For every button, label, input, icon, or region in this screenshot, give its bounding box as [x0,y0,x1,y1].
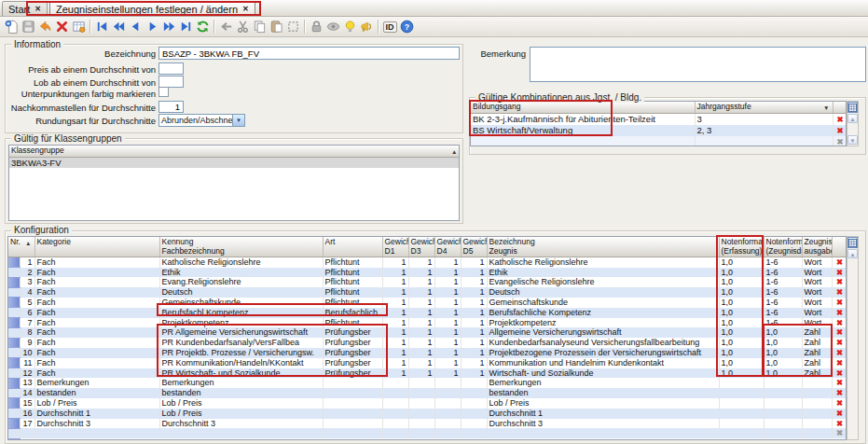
cell-d3[interactable]: 1 [408,338,434,348]
kombi-row[interactable]: BS Wirtschaft/Verwaltung2, 3✖ [471,125,847,136]
cell-kategorie[interactable]: Fach [34,298,159,308]
cell-d3[interactable]: 1 [408,368,434,379]
delete-row-button[interactable]: ✖ [832,388,847,398]
cell-d3[interactable]: 1 [408,277,434,287]
cell-nf-erfassung[interactable]: 1,0 [719,298,764,308]
cell-kennung[interactable]: Deutsch [159,287,323,298]
konfig-col-art[interactable]: Art [323,237,382,257]
row-selector[interactable] [8,358,20,368]
row-selector[interactable] [8,419,20,429]
grid-settings-icon[interactable] [847,102,858,113]
cell-kategorie[interactable]: Durchschnitt 1 [34,409,159,419]
cell-bezeichnung[interactable]: Durchschnitt 3 [487,419,719,429]
cell-nf-druck[interactable]: 1-6 [764,257,802,268]
cell-ausgabe[interactable]: Zahl [802,338,832,348]
kombinationen-scrollbar[interactable]: ▲ ▼ [847,101,859,146]
cell-d5[interactable] [461,398,487,409]
konfig-col-d1[interactable]: Gewicht D1 [382,237,408,257]
konfig-row[interactable]: 7FachProjektkompetenzPflichtunt1111Proje… [8,318,847,328]
cell-nr[interactable]: 9 [20,338,34,348]
delete-row-button[interactable]: ✖ [832,409,847,419]
cell-d4[interactable] [434,378,461,388]
cell-d3[interactable]: 1 [408,308,434,318]
cell-nr[interactable]: 15 [20,398,34,409]
klassengruppe-column-header[interactable]: Klassengruppe▲ [9,146,460,157]
bemerkung-textarea[interactable] [530,47,866,82]
cell-ausgabe[interactable]: Wort [802,257,832,268]
cell-ausgabe[interactable] [802,378,832,388]
cell-nr[interactable]: 5 [20,298,34,308]
cell-nf-erfassung[interactable]: 1,0 [719,318,764,328]
cell-nf-druck[interactable] [764,378,802,388]
cell-d1[interactable]: 1 [382,318,408,328]
cell-ausgabe[interactable] [802,419,832,429]
cell-nf-erfassung[interactable]: 1,0 [719,257,764,268]
hint-button[interactable] [341,19,358,35]
cell-bezeichnung[interactable]: Bemerkungen [487,378,719,388]
scroll-up-icon[interactable]: ▲ [847,114,858,123]
cell-nf-druck[interactable]: 1-6 [764,268,802,278]
cell-d4[interactable]: 1 [434,308,461,318]
nachkommastellen-input[interactable] [158,101,184,113]
cell-d5[interactable]: 1 [461,338,487,348]
cell-bezeichnung[interactable]: Katholische Religionslehre [487,257,719,268]
cell-nr[interactable]: 11 [20,358,34,368]
konfig-col-d5[interactable]: Gewicht D5 [461,237,487,257]
cell-d1[interactable] [382,378,408,388]
cell-bezeichnung[interactable]: Gemeinschaftskunde [487,298,719,308]
row-selector[interactable] [8,318,20,328]
cell-ausgabe[interactable]: Zahl [802,327,832,338]
cell-nf-druck[interactable] [764,398,802,409]
cell-bezeichnung[interactable]: Projektkompetenz [487,318,719,328]
delete-row-button[interactable]: ✖ [832,298,847,308]
cell-d1[interactable]: 1 [382,277,408,287]
delete-button[interactable] [53,19,70,35]
cell-art[interactable] [323,409,382,419]
cell-nf-erfassung[interactable] [719,378,764,388]
cell-d1[interactable]: 1 [382,298,408,308]
cell-kennung[interactable]: Katholische Religionslehre [159,257,323,268]
konfig-col-bezeichnung[interactable]: Bezeichnung Zeugnis [487,237,719,257]
kombi-col-jahrgangsstufe[interactable]: Jahrgangsstufe▼ [695,102,833,113]
cell-ausgabe[interactable]: Wort [802,308,832,318]
cell-kategorie[interactable]: Fach [34,358,159,368]
cell-bezeichnung[interactable]: Projektbezogene Prozessein der Versicher… [487,348,719,358]
cell-kennung[interactable]: Bemerkungen [159,378,323,388]
delete-row-button[interactable]: ✖ [833,125,847,136]
cell-kategorie[interactable]: Durchschnitt 3 [34,419,159,429]
cell-jahrgangsstufe[interactable]: 3 [695,113,833,125]
delete-row-button[interactable]: ✖ [832,308,847,318]
cell-kennung[interactable]: PR Kommunikation/Handeln/KKontakt [159,358,323,368]
row-selector[interactable] [8,348,20,358]
konfig-row[interactable]: 6FachBerufsfachl.KompetenzBerufsfachlich… [8,308,847,318]
konfig-col-d4[interactable]: Gewicht D4 [434,237,461,257]
cell-art[interactable] [323,398,382,409]
view-button[interactable] [324,19,341,35]
cell-nr[interactable]: 6 [20,308,34,318]
cell-kategorie[interactable]: Fach [34,368,159,379]
cell-art[interactable]: Prüfungsber [323,327,382,338]
cell-nf-erfassung[interactable] [719,388,764,398]
delete-row-button[interactable]: ✖ [832,358,847,368]
cell-nf-erfassung[interactable]: 1,0 [719,348,764,358]
cell-d4[interactable]: 1 [434,327,461,338]
cell-nf-druck[interactable] [764,388,802,398]
kombi-row[interactable]: BK 2-3-j.Kaufmännisch für Abiturienten-T… [471,113,847,125]
cell-d5[interactable]: 1 [461,287,487,298]
row-selector[interactable] [8,388,20,398]
cell-kennung[interactable]: Evang.Religionslehre [159,277,323,287]
copy-button[interactable] [251,19,268,35]
cell-nf-druck[interactable]: 1-6 [764,308,802,318]
rundungsart-select[interactable]: Abrunden/Abschneiden ▼ [158,114,245,127]
konfig-col-d3[interactable]: Gewicht D3 [408,237,434,257]
konfig-row[interactable]: 10FachPR Projektb. Prozesse / Versicheru… [8,348,847,358]
delete-row-button[interactable]: ✖ [833,113,847,125]
lock-button[interactable] [308,19,324,35]
cell-d3[interactable]: 1 [408,348,434,358]
cell-kategorie[interactable]: Fach [34,338,159,348]
delete-row-button[interactable]: ✖ [832,327,847,338]
cell-bezeichnung[interactable]: Kundenbedarfsanalyseund Versicherungsfal… [487,338,719,348]
delete-row-button[interactable]: ✖ [832,268,847,278]
cell-nr[interactable]: 14 [20,388,34,398]
cell-nr[interactable]: 3 [20,277,34,287]
